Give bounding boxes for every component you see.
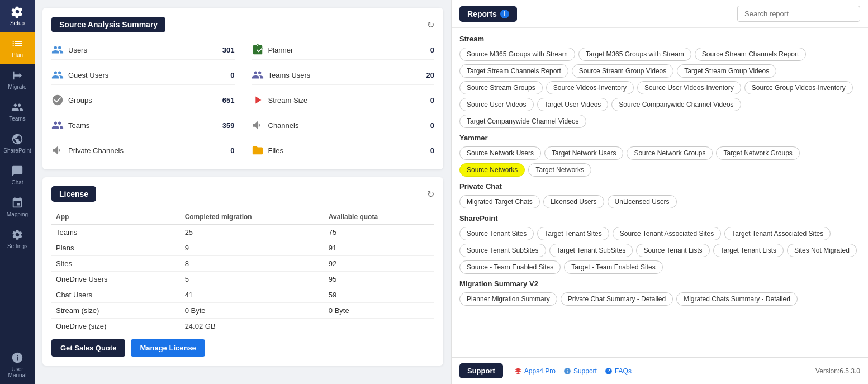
report-tag[interactable]: Source Tenant Associated Sites — [613, 227, 722, 240]
stat-row-teams: Teams 359 — [51, 116, 235, 135]
report-tag[interactable]: Licensed Users — [543, 195, 604, 208]
teams-stat-icon — [51, 119, 64, 131]
report-tag[interactable]: Private Chat Summary - Detailed — [561, 292, 673, 306]
question-icon — [605, 367, 613, 375]
report-tag[interactable]: Target Network Users — [544, 146, 623, 160]
reports-info-badge[interactable]: i — [500, 10, 509, 18]
stat-value-groups: 651 — [218, 96, 235, 105]
report-tag[interactable]: Source Network Users — [459, 146, 541, 160]
report-tag[interactable]: Target Network Groups — [716, 146, 799, 160]
source-analysis-refresh-button[interactable]: ↻ — [427, 20, 434, 30]
license-completed-cell: 9 — [181, 240, 324, 256]
sidebar-item-sharepoint[interactable]: SharePoint — [0, 127, 35, 159]
sidebar-item-migrate[interactable]: Migrate — [0, 64, 35, 96]
stat-label-files: Files — [268, 146, 414, 155]
sidebar-item-settings-label: Settings — [7, 243, 27, 249]
license-app-cell: Sites — [51, 256, 181, 272]
report-tag[interactable]: Source Tenant Lists — [636, 244, 709, 257]
users-icon — [51, 44, 64, 56]
license-available-cell — [324, 319, 434, 333]
report-tag[interactable]: Source Tenant SubSites — [459, 244, 546, 257]
report-tag[interactable]: Migrated Target Chats — [459, 195, 540, 208]
report-tag[interactable]: Source User Videos-Inventory — [637, 81, 741, 94]
sidebar-item-setup[interactable]: Setup — [0, 0, 35, 32]
report-tag[interactable]: Target - Team Enabled Sites — [564, 260, 663, 274]
report-section-title: Private Chat — [459, 182, 860, 191]
stat-row-guest-users: Guest Users 0 — [51, 65, 235, 85]
faqs-link[interactable]: FAQs — [605, 367, 632, 375]
search-report-input[interactable] — [737, 6, 860, 22]
guest-users-icon — [51, 69, 64, 81]
sidebar-item-sharepoint-label: SharePoint — [3, 148, 31, 154]
sidebar-item-plan[interactable]: Plan — [0, 32, 35, 64]
report-tag[interactable]: Target Tenant Sites — [537, 227, 609, 240]
support-link[interactable]: Support — [563, 367, 597, 375]
report-tag[interactable]: Source Networks — [459, 163, 525, 177]
report-tag[interactable]: Target Stream Group Videos — [677, 64, 776, 78]
support-button[interactable]: Support — [459, 363, 503, 378]
report-tag[interactable]: Source Network Groups — [627, 146, 713, 160]
license-col-available: Available quota — [324, 210, 434, 225]
license-refresh-button[interactable]: ↻ — [427, 189, 434, 200]
license-app-cell: Plans — [51, 240, 181, 256]
report-tag[interactable]: Target Networks — [528, 163, 591, 177]
report-tag[interactable]: Source M365 Groups with Stream — [459, 48, 575, 61]
report-tag[interactable]: Target Stream Channels Report — [459, 64, 568, 78]
report-tag[interactable]: Target User Videos — [537, 98, 609, 111]
reports-title: Reports i — [459, 6, 517, 22]
license-card: License ↻ App Completed migration Availa… — [42, 177, 443, 366]
license-completed-cell: 0 Byte — [181, 303, 324, 319]
license-table-row: Stream (size)0 Byte0 Byte — [51, 303, 434, 319]
version-text: Version:6.5.3.0 — [815, 367, 860, 375]
left-panel: Source Analysis Summary ↻ Users 301 — [35, 0, 451, 384]
sidebar: Setup Plan Migrate Teams SharePoint Chat — [0, 0, 35, 384]
stat-row-planner: Planner 0 — [252, 40, 435, 60]
stat-value-stream-size: 0 — [418, 96, 434, 105]
mapping-icon — [11, 197, 23, 209]
report-tag[interactable]: UnLicensed Users — [608, 195, 677, 208]
sharepoint-icon — [11, 133, 23, 145]
report-tag[interactable]: Target Companywide Channel Videos — [459, 115, 586, 128]
report-tag[interactable]: Source Tenant Sites — [459, 227, 534, 240]
sidebar-item-settings[interactable]: Settings — [0, 223, 35, 255]
stat-label-teams: Teams — [68, 121, 214, 130]
report-tag[interactable]: Source User Videos — [459, 98, 534, 111]
source-analysis-card: Source Analysis Summary ↻ Users 301 — [42, 8, 443, 169]
teams-icon — [11, 101, 23, 113]
report-tag[interactable]: Target Tenant Associated Sites — [724, 227, 831, 240]
report-tag[interactable]: Target Tenant SubSites — [549, 244, 633, 257]
main-content: Source Analysis Summary ↻ Users 301 — [35, 0, 868, 384]
report-tag[interactable]: Source Companywide Channel Videos — [611, 98, 741, 111]
report-tag[interactable]: Source Group Videos-Inventory — [744, 81, 853, 94]
report-tag[interactable]: Migrated Chats Summary - Detailed — [676, 292, 798, 306]
license-app-cell: Teams — [51, 225, 181, 240]
apps4pro-link[interactable]: Apps4.Pro — [514, 367, 556, 375]
planner-icon — [252, 44, 264, 56]
report-tag[interactable]: Planner Migration Summary — [459, 292, 557, 306]
license-available-cell: 95 — [324, 272, 434, 287]
sidebar-item-user-manual[interactable]: User Manual — [0, 346, 35, 384]
stat-value-channels: 0 — [418, 121, 434, 130]
sidebar-item-teams[interactable]: Teams — [0, 96, 35, 127]
sidebar-item-mapping[interactable]: Mapping — [0, 191, 35, 223]
sidebar-item-teams-label: Teams — [9, 116, 25, 122]
manage-license-button[interactable]: Manage License — [131, 339, 205, 357]
stat-label-planner: Planner — [268, 46, 414, 54]
report-tag[interactable]: Source Stream Channels Report — [695, 48, 806, 61]
report-tag[interactable]: Target Tenant Lists — [713, 244, 784, 257]
report-tag[interactable]: Source Videos-Inventory — [546, 81, 634, 94]
stat-label-guest-users: Guest Users — [68, 71, 214, 79]
bottom-bar: Support Apps4.Pro Support FAQs Version:6… — [452, 357, 868, 384]
license-available-cell: 92 — [324, 256, 434, 272]
report-tag[interactable]: Sites Not Migrated — [787, 244, 857, 257]
report-tag[interactable]: Source Stream Group Videos — [572, 64, 674, 78]
stat-value-private-channels: 0 — [218, 146, 235, 155]
source-analysis-header: Source Analysis Summary ↻ — [51, 17, 434, 32]
get-sales-quote-button[interactable]: Get Sales Quote — [51, 339, 125, 357]
report-tag[interactable]: Source Stream Groups — [459, 81, 543, 94]
report-tag[interactable]: Source - Team Enabled Sites — [459, 260, 561, 274]
stat-label-stream-size: Stream Size — [268, 96, 414, 105]
sidebar-item-chat[interactable]: Chat — [0, 159, 35, 191]
report-tags-row: Source Tenant SitesTarget Tenant SitesSo… — [459, 227, 860, 274]
report-tag[interactable]: Target M365 Groups with Stream — [578, 48, 691, 61]
